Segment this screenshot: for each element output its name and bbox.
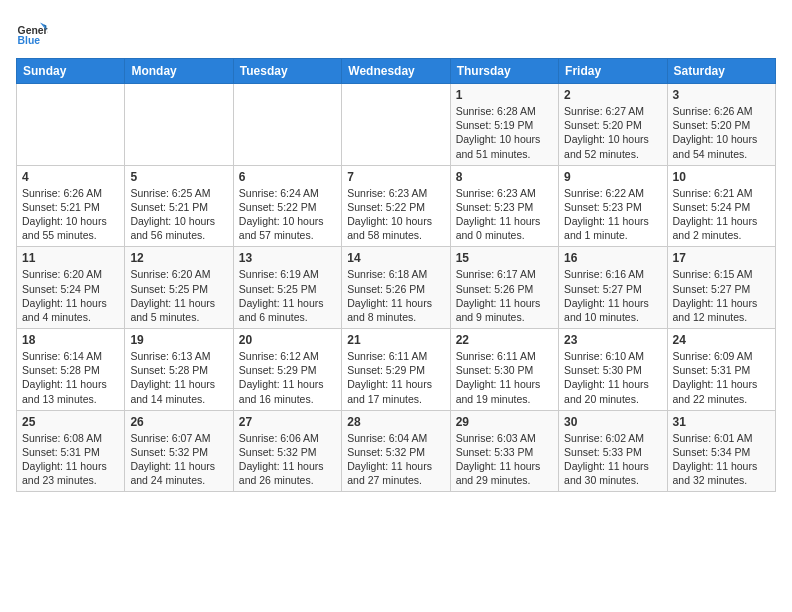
day-number: 21	[347, 333, 444, 347]
day-number: 29	[456, 415, 553, 429]
calendar-cell	[125, 84, 233, 166]
calendar-cell: 14Sunrise: 6:18 AMSunset: 5:26 PMDayligh…	[342, 247, 450, 329]
day-info: Sunrise: 6:07 AMSunset: 5:32 PMDaylight:…	[130, 431, 227, 488]
calendar-cell: 26Sunrise: 6:07 AMSunset: 5:32 PMDayligh…	[125, 410, 233, 492]
day-number: 9	[564, 170, 661, 184]
day-info: Sunrise: 6:09 AMSunset: 5:31 PMDaylight:…	[673, 349, 770, 406]
day-number: 14	[347, 251, 444, 265]
day-info: Sunrise: 6:25 AMSunset: 5:21 PMDaylight:…	[130, 186, 227, 243]
svg-text:Blue: Blue	[18, 35, 41, 46]
day-info: Sunrise: 6:14 AMSunset: 5:28 PMDaylight:…	[22, 349, 119, 406]
day-number: 10	[673, 170, 770, 184]
calendar-week-4: 18Sunrise: 6:14 AMSunset: 5:28 PMDayligh…	[17, 329, 776, 411]
calendar-cell: 15Sunrise: 6:17 AMSunset: 5:26 PMDayligh…	[450, 247, 558, 329]
calendar-cell: 29Sunrise: 6:03 AMSunset: 5:33 PMDayligh…	[450, 410, 558, 492]
calendar-cell: 2Sunrise: 6:27 AMSunset: 5:20 PMDaylight…	[559, 84, 667, 166]
calendar-cell: 5Sunrise: 6:25 AMSunset: 5:21 PMDaylight…	[125, 165, 233, 247]
day-info: Sunrise: 6:23 AMSunset: 5:23 PMDaylight:…	[456, 186, 553, 243]
weekday-header-saturday: Saturday	[667, 59, 775, 84]
weekday-header-monday: Monday	[125, 59, 233, 84]
calendar-week-2: 4Sunrise: 6:26 AMSunset: 5:21 PMDaylight…	[17, 165, 776, 247]
day-info: Sunrise: 6:17 AMSunset: 5:26 PMDaylight:…	[456, 267, 553, 324]
day-info: Sunrise: 6:28 AMSunset: 5:19 PMDaylight:…	[456, 104, 553, 161]
day-number: 31	[673, 415, 770, 429]
day-info: Sunrise: 6:19 AMSunset: 5:25 PMDaylight:…	[239, 267, 336, 324]
day-info: Sunrise: 6:15 AMSunset: 5:27 PMDaylight:…	[673, 267, 770, 324]
day-number: 15	[456, 251, 553, 265]
day-info: Sunrise: 6:10 AMSunset: 5:30 PMDaylight:…	[564, 349, 661, 406]
day-number: 7	[347, 170, 444, 184]
weekday-header-sunday: Sunday	[17, 59, 125, 84]
day-info: Sunrise: 6:26 AMSunset: 5:20 PMDaylight:…	[673, 104, 770, 161]
day-info: Sunrise: 6:03 AMSunset: 5:33 PMDaylight:…	[456, 431, 553, 488]
day-number: 26	[130, 415, 227, 429]
day-info: Sunrise: 6:01 AMSunset: 5:34 PMDaylight:…	[673, 431, 770, 488]
day-info: Sunrise: 6:20 AMSunset: 5:25 PMDaylight:…	[130, 267, 227, 324]
page-header: General Blue	[16, 16, 776, 48]
calendar-cell	[17, 84, 125, 166]
day-number: 17	[673, 251, 770, 265]
calendar-cell: 20Sunrise: 6:12 AMSunset: 5:29 PMDayligh…	[233, 329, 341, 411]
day-number: 18	[22, 333, 119, 347]
day-info: Sunrise: 6:18 AMSunset: 5:26 PMDaylight:…	[347, 267, 444, 324]
calendar-cell	[233, 84, 341, 166]
day-number: 1	[456, 88, 553, 102]
calendar-table: SundayMondayTuesdayWednesdayThursdayFrid…	[16, 58, 776, 492]
weekday-header-thursday: Thursday	[450, 59, 558, 84]
day-number: 16	[564, 251, 661, 265]
day-number: 3	[673, 88, 770, 102]
day-number: 24	[673, 333, 770, 347]
weekday-header-friday: Friday	[559, 59, 667, 84]
day-info: Sunrise: 6:27 AMSunset: 5:20 PMDaylight:…	[564, 104, 661, 161]
day-number: 23	[564, 333, 661, 347]
calendar-cell: 6Sunrise: 6:24 AMSunset: 5:22 PMDaylight…	[233, 165, 341, 247]
logo: General Blue	[16, 16, 54, 48]
day-info: Sunrise: 6:22 AMSunset: 5:23 PMDaylight:…	[564, 186, 661, 243]
calendar-cell: 12Sunrise: 6:20 AMSunset: 5:25 PMDayligh…	[125, 247, 233, 329]
day-info: Sunrise: 6:16 AMSunset: 5:27 PMDaylight:…	[564, 267, 661, 324]
day-info: Sunrise: 6:11 AMSunset: 5:30 PMDaylight:…	[456, 349, 553, 406]
day-info: Sunrise: 6:04 AMSunset: 5:32 PMDaylight:…	[347, 431, 444, 488]
calendar-cell: 25Sunrise: 6:08 AMSunset: 5:31 PMDayligh…	[17, 410, 125, 492]
calendar-cell: 1Sunrise: 6:28 AMSunset: 5:19 PMDaylight…	[450, 84, 558, 166]
day-number: 2	[564, 88, 661, 102]
day-info: Sunrise: 6:12 AMSunset: 5:29 PMDaylight:…	[239, 349, 336, 406]
calendar-week-3: 11Sunrise: 6:20 AMSunset: 5:24 PMDayligh…	[17, 247, 776, 329]
weekday-header-tuesday: Tuesday	[233, 59, 341, 84]
calendar-cell: 7Sunrise: 6:23 AMSunset: 5:22 PMDaylight…	[342, 165, 450, 247]
calendar-cell	[342, 84, 450, 166]
calendar-cell: 30Sunrise: 6:02 AMSunset: 5:33 PMDayligh…	[559, 410, 667, 492]
calendar-cell: 31Sunrise: 6:01 AMSunset: 5:34 PMDayligh…	[667, 410, 775, 492]
day-number: 19	[130, 333, 227, 347]
day-number: 11	[22, 251, 119, 265]
day-info: Sunrise: 6:11 AMSunset: 5:29 PMDaylight:…	[347, 349, 444, 406]
logo-icon: General Blue	[16, 16, 48, 48]
calendar-cell: 17Sunrise: 6:15 AMSunset: 5:27 PMDayligh…	[667, 247, 775, 329]
day-info: Sunrise: 6:06 AMSunset: 5:32 PMDaylight:…	[239, 431, 336, 488]
day-number: 12	[130, 251, 227, 265]
calendar-cell: 3Sunrise: 6:26 AMSunset: 5:20 PMDaylight…	[667, 84, 775, 166]
calendar-cell: 18Sunrise: 6:14 AMSunset: 5:28 PMDayligh…	[17, 329, 125, 411]
day-number: 20	[239, 333, 336, 347]
calendar-cell: 4Sunrise: 6:26 AMSunset: 5:21 PMDaylight…	[17, 165, 125, 247]
day-info: Sunrise: 6:02 AMSunset: 5:33 PMDaylight:…	[564, 431, 661, 488]
day-info: Sunrise: 6:26 AMSunset: 5:21 PMDaylight:…	[22, 186, 119, 243]
calendar-cell: 9Sunrise: 6:22 AMSunset: 5:23 PMDaylight…	[559, 165, 667, 247]
day-number: 4	[22, 170, 119, 184]
day-number: 25	[22, 415, 119, 429]
day-info: Sunrise: 6:24 AMSunset: 5:22 PMDaylight:…	[239, 186, 336, 243]
day-number: 30	[564, 415, 661, 429]
day-number: 27	[239, 415, 336, 429]
calendar-cell: 8Sunrise: 6:23 AMSunset: 5:23 PMDaylight…	[450, 165, 558, 247]
calendar-week-5: 25Sunrise: 6:08 AMSunset: 5:31 PMDayligh…	[17, 410, 776, 492]
calendar-cell: 22Sunrise: 6:11 AMSunset: 5:30 PMDayligh…	[450, 329, 558, 411]
calendar-cell: 19Sunrise: 6:13 AMSunset: 5:28 PMDayligh…	[125, 329, 233, 411]
weekday-header-wednesday: Wednesday	[342, 59, 450, 84]
day-info: Sunrise: 6:13 AMSunset: 5:28 PMDaylight:…	[130, 349, 227, 406]
day-info: Sunrise: 6:23 AMSunset: 5:22 PMDaylight:…	[347, 186, 444, 243]
calendar-cell: 16Sunrise: 6:16 AMSunset: 5:27 PMDayligh…	[559, 247, 667, 329]
day-number: 28	[347, 415, 444, 429]
day-number: 13	[239, 251, 336, 265]
day-number: 5	[130, 170, 227, 184]
day-number: 6	[239, 170, 336, 184]
